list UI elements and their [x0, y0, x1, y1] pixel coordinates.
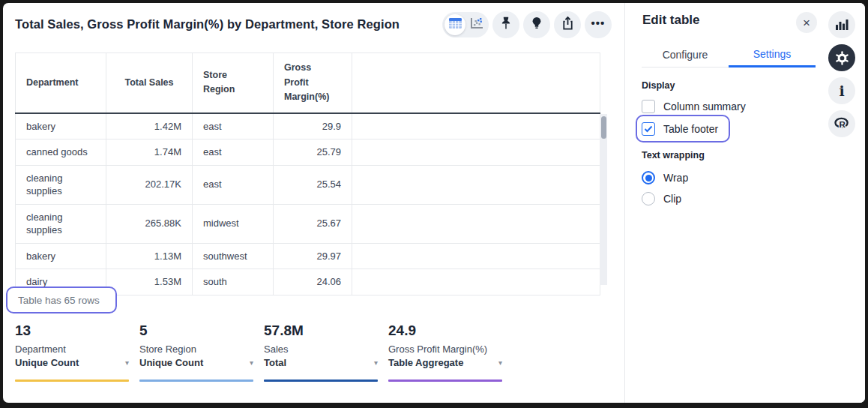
cell-gross-profit-margin[interactable]: 25.67	[274, 204, 352, 243]
cell-gross-profit-margin[interactable]: 24.06	[274, 269, 352, 296]
chevron-down-icon: ▾	[498, 357, 502, 369]
r-logo-icon: R	[834, 117, 850, 130]
table-row[interactable]: cleaning supplies 265.88K midwest 25.67	[16, 204, 600, 243]
table-view-button[interactable]	[444, 14, 465, 35]
cell-total-sales[interactable]: 265.88K	[106, 204, 193, 243]
column-header-store-region[interactable]: Store Region	[193, 53, 274, 113]
element-toolbar: •••	[442, 11, 612, 38]
data-table: Department Total Sales Store Region Gros…	[15, 52, 600, 296]
stat-column-label: Gross Profit Margin(%)	[388, 344, 502, 356]
screenshot-frame: Total Sales, Gross Profit Margin(%) by D…	[0, 0, 868, 408]
clip-option[interactable]: Clip	[642, 189, 681, 208]
cell-empty[interactable]	[352, 269, 600, 296]
table-footer-text: Table has 65 rows	[18, 295, 100, 306]
view-switcher	[442, 12, 489, 38]
column-header-department[interactable]: Department	[16, 53, 106, 113]
cell-gross-profit-margin[interactable]: 29.97	[274, 243, 352, 269]
chevron-down-icon: ▾	[250, 357, 253, 369]
stat-aggregate-dropdown[interactable]: Table Aggregate ▾	[388, 357, 502, 369]
summary-sales: 57.8M Sales Total ▾	[264, 322, 378, 382]
explore-button[interactable]	[523, 11, 550, 38]
cell-gross-profit-margin[interactable]: 29.9	[274, 113, 352, 140]
table-footer-option[interactable]: Table footer	[642, 119, 718, 139]
stat-column-label: Department	[15, 344, 129, 356]
info-panel-button[interactable]: i	[828, 77, 855, 104]
table-row[interactable]: cleaning supplies 202.17K east 25.54	[16, 165, 600, 204]
info-icon: i	[839, 82, 844, 99]
cell-store-region[interactable]: southwest	[193, 243, 274, 269]
bar-chart-icon	[835, 19, 849, 31]
display-section-label: Display	[642, 80, 675, 91]
stat-value: 13	[15, 322, 129, 339]
column-summary-option[interactable]: Column summary	[642, 97, 746, 116]
table-row[interactable]: canned goods 1.74M east 25.79	[16, 140, 600, 166]
chevron-down-icon: ▾	[125, 357, 129, 369]
summary-department: 13 Department Unique Count ▾	[15, 322, 129, 382]
column-header-total-sales[interactable]: Total Sales	[106, 53, 193, 113]
column-header-empty[interactable]	[352, 53, 600, 113]
cell-store-region[interactable]: east	[193, 140, 274, 166]
cell-total-sales[interactable]: 202.17K	[106, 165, 193, 204]
summary-gross-profit-margin: 24.9 Gross Profit Margin(%) Table Aggreg…	[388, 322, 502, 382]
panel-tabs: Configure Settings	[642, 42, 816, 68]
lightbulb-icon	[530, 16, 543, 34]
cell-department[interactable]: cleaning supplies	[16, 165, 106, 204]
settings-panel-button[interactable]	[828, 44, 855, 71]
wrap-radio[interactable]	[642, 171, 655, 184]
table-view-icon	[448, 17, 462, 32]
share-button[interactable]	[554, 11, 581, 38]
close-panel-button[interactable]: ×	[796, 12, 817, 33]
table-scrollbar[interactable]	[600, 114, 607, 285]
cell-gross-profit-margin[interactable]: 25.54	[274, 165, 352, 204]
stat-aggregate-dropdown[interactable]: Unique Count ▾	[139, 357, 253, 369]
cell-total-sales[interactable]: 1.42M	[106, 113, 193, 140]
element-side-rail: i R	[828, 11, 855, 137]
cell-store-region[interactable]: south	[193, 269, 274, 296]
cell-empty[interactable]	[352, 243, 600, 269]
cell-department[interactable]: canned goods	[16, 140, 106, 166]
stat-aggregate-dropdown[interactable]: Unique Count ▾	[15, 357, 129, 369]
cell-store-region[interactable]: midwest	[193, 204, 274, 243]
cell-department[interactable]: cleaning supplies	[16, 204, 106, 243]
table-row[interactable]: bakery 1.13M southwest 29.97	[16, 243, 600, 269]
column-summary-checkbox[interactable]	[642, 100, 655, 113]
stat-value: 5	[139, 322, 253, 339]
chart-view-button[interactable]	[465, 14, 486, 35]
cell-store-region[interactable]: east	[193, 165, 274, 204]
cell-empty[interactable]	[352, 113, 600, 140]
chart-panel-button[interactable]	[828, 11, 855, 38]
gear-icon	[834, 50, 850, 66]
summary-stats-row: 13 Department Unique Count ▾ 5 Store Reg…	[15, 322, 502, 382]
pin-button[interactable]	[492, 11, 519, 38]
stat-underline	[139, 380, 253, 382]
stat-underline	[388, 380, 502, 382]
cell-empty[interactable]	[352, 204, 600, 243]
cell-total-sales[interactable]: 1.13M	[106, 243, 193, 269]
chevron-down-icon: ▾	[374, 357, 378, 369]
cell-total-sales[interactable]: 1.53M	[106, 269, 193, 296]
cell-department[interactable]: bakery	[16, 113, 106, 140]
tab-configure[interactable]: Configure	[642, 42, 729, 68]
wrap-option[interactable]: Wrap	[642, 168, 688, 188]
stat-value: 24.9	[388, 322, 502, 339]
stat-underline	[264, 380, 378, 382]
r-script-button[interactable]: R	[828, 110, 855, 137]
cell-total-sales[interactable]: 1.74M	[106, 140, 193, 166]
tab-settings[interactable]: Settings	[729, 42, 816, 68]
stat-aggregate-dropdown[interactable]: Total ▾	[264, 357, 378, 369]
cell-empty[interactable]	[352, 165, 600, 204]
clip-radio[interactable]	[642, 192, 655, 206]
table-row[interactable]: bakery 1.42M east 29.9	[16, 113, 600, 140]
column-header-gross-profit-margin[interactable]: Gross Profit Margin(%)	[274, 53, 352, 113]
more-options-button[interactable]: •••	[585, 11, 612, 38]
table-footer-checkbox[interactable]	[642, 122, 655, 136]
app-window: Total Sales, Gross Profit Margin(%) by D…	[3, 3, 865, 403]
cell-empty[interactable]	[352, 140, 600, 166]
cell-department[interactable]: bakery	[16, 243, 106, 269]
stat-column-label: Sales	[264, 344, 378, 356]
table-scrollbar-thumb[interactable]	[601, 116, 606, 139]
cell-gross-profit-margin[interactable]: 25.79	[274, 140, 352, 166]
cell-store-region[interactable]: east	[193, 113, 274, 140]
share-icon	[561, 16, 575, 34]
close-icon: ×	[803, 16, 810, 29]
